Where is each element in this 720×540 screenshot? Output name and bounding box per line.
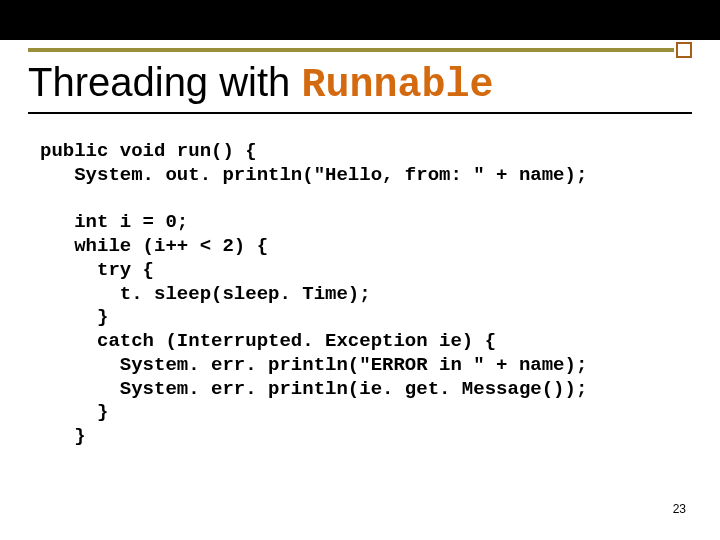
page-number: 23: [673, 502, 686, 516]
corner-square: [676, 42, 692, 58]
title-accent: Runnable: [301, 63, 493, 108]
slide-title: Threading with Runnable: [28, 60, 692, 114]
accent-line: [28, 48, 674, 52]
top-bar: [0, 0, 720, 40]
code-block: public void run() { System. out. println…: [40, 140, 680, 449]
slide: Threading with Runnable public void run(…: [0, 0, 720, 540]
title-prefix: Threading with: [28, 60, 301, 104]
